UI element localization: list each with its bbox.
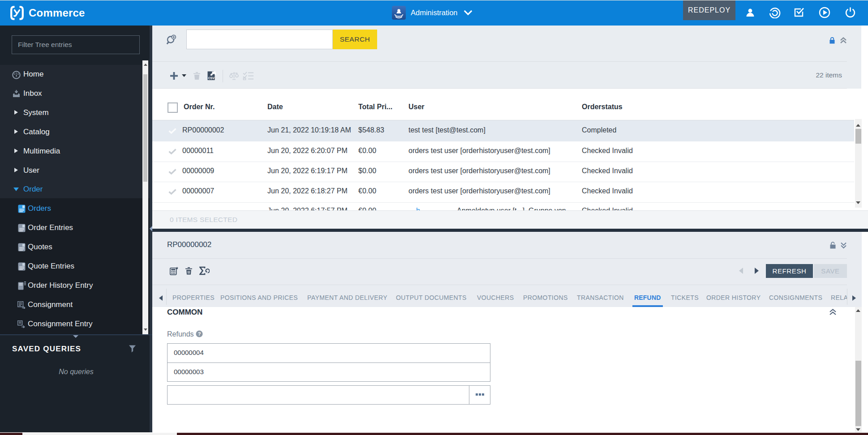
svg-text:CSV: CSV bbox=[208, 77, 215, 80]
svg-text:?: ? bbox=[198, 331, 201, 337]
